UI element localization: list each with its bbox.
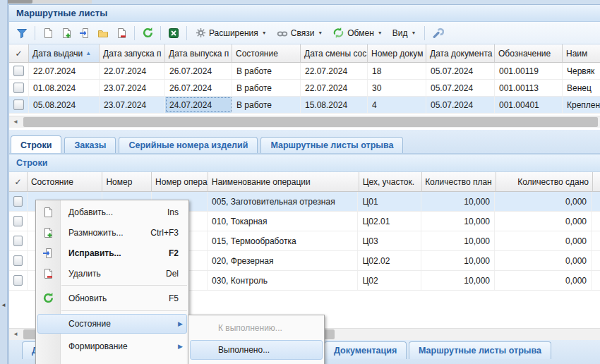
column-header[interactable] xyxy=(593,172,600,192)
scroll-left-icon[interactable]: ◄ xyxy=(11,330,20,339)
cell-designation[interactable]: 001.00113 xyxy=(495,80,563,96)
row-checkbox[interactable] xyxy=(13,66,24,76)
column-header[interactable]: Дата запуска п xyxy=(100,44,165,63)
cell-issue-date[interactable]: 01.08.2024 xyxy=(29,80,100,96)
excel-export-button[interactable] xyxy=(165,25,182,42)
cell-qty-plan[interactable]: 10,000 xyxy=(421,192,495,211)
menu-item-edit[interactable]: Исправить... F2 xyxy=(36,243,188,263)
cell-qty-plan[interactable]: 10,000 xyxy=(421,251,495,270)
cell-doc-date[interactable]: 05.07.2024 xyxy=(426,80,495,96)
cell-qty-done[interactable]: 0,000 xyxy=(495,192,592,211)
cell-state[interactable]: В работе xyxy=(232,97,301,113)
cell-state[interactable]: В работе xyxy=(232,63,301,79)
cell-name[interactable]: Крепление xyxy=(563,97,600,113)
tab-documentation[interactable]: Документация xyxy=(324,341,407,359)
cell-release-date-focused[interactable]: 24.07.2024 xyxy=(165,97,232,113)
splitter-collapse-icon[interactable]: ◄ xyxy=(1,302,6,308)
scrollbar-thumb[interactable] xyxy=(23,117,598,127)
table-row-selected[interactable]: 05.08.2024 23.07.2024 24.07.2024 В работ… xyxy=(9,97,600,114)
extensions-menu[interactable]: Расширения ▼ xyxy=(191,26,271,40)
cell-qty-done[interactable]: 0,000 xyxy=(495,251,592,270)
menu-item-refresh[interactable]: Обновить F5 xyxy=(36,288,188,308)
table-row[interactable]: 22.07.2024 22.07.2024 26.07.2024 В работ… xyxy=(9,63,600,80)
cell-operation[interactable]: 020, Фрезерная xyxy=(208,251,358,270)
cell-operation[interactable]: 010, Токарная xyxy=(208,212,358,231)
filter-button[interactable] xyxy=(13,25,30,42)
column-header[interactable]: Состояние xyxy=(28,172,102,192)
tab-tearoff-sheets[interactable]: Маршрутные листы отрыва xyxy=(260,137,403,153)
cell-state-change-date[interactable]: 22.07.2024 xyxy=(301,63,368,79)
cell-issue-date[interactable]: 05.08.2024 xyxy=(29,97,100,113)
cell-state-change-date[interactable]: 15.08.2024 xyxy=(301,97,368,113)
column-header[interactable]: Обозначение xyxy=(495,44,563,63)
copy-button[interactable] xyxy=(58,25,75,42)
cell-doc-number[interactable]: 18 xyxy=(368,63,426,79)
tab-orders[interactable]: Заказы xyxy=(64,137,116,153)
column-header[interactable]: Номер опера xyxy=(152,172,208,192)
cell-state[interactable]: В работе xyxy=(232,80,301,96)
cell-qty-plan[interactable]: 10,000 xyxy=(421,271,495,290)
cell-qty-plan[interactable]: 10,000 xyxy=(421,212,495,231)
column-header[interactable]: Дата выдачи▲ xyxy=(29,44,100,63)
check-column-header[interactable]: ✓ xyxy=(9,44,29,63)
submenu-item-done[interactable]: Выполнено... xyxy=(188,339,324,360)
cell-qty-done[interactable]: 0,000 xyxy=(495,212,592,231)
cell-qty-done[interactable]: 0,000 xyxy=(495,271,592,290)
tab-lines[interactable]: Строки xyxy=(11,135,61,153)
row-checkbox[interactable] xyxy=(13,236,23,246)
column-header[interactable]: Номер докум xyxy=(368,44,426,63)
edit-button[interactable] xyxy=(76,25,93,42)
cell-state-change-date[interactable]: 22.07.2024 xyxy=(301,80,368,96)
cell-release-date[interactable]: 26.07.2024 xyxy=(165,63,232,79)
left-splitter[interactable]: ◄ xyxy=(0,0,8,364)
cell-qty-plan[interactable]: 10,000 xyxy=(421,231,495,250)
column-header[interactable]: Количество план xyxy=(422,172,496,192)
scroll-left-icon[interactable]: ◄ xyxy=(11,118,20,126)
column-header[interactable]: Наименование операции xyxy=(208,172,359,192)
column-header[interactable]: Дата выпуска п xyxy=(165,44,232,63)
cell-start-date[interactable]: 23.07.2024 xyxy=(100,97,165,113)
row-checkbox[interactable] xyxy=(13,99,24,110)
refresh-button[interactable] xyxy=(139,25,156,42)
menu-item-add[interactable]: Добавить... Ins xyxy=(36,202,188,222)
cell-designation[interactable]: 001.00119 xyxy=(495,63,563,79)
menu-item-delete[interactable]: Удалить Del xyxy=(36,263,188,284)
cell-start-date[interactable]: 22.07.2024 xyxy=(100,63,165,79)
menu-item-forming[interactable]: Формирование ▶ xyxy=(36,336,188,357)
submenu-item-to-execution[interactable]: К выполнению... xyxy=(188,318,324,338)
cell-name[interactable]: Венец xyxy=(563,80,600,96)
cell-doc-number[interactable]: 30 xyxy=(368,80,426,96)
cell-designation[interactable]: 001.00401 xyxy=(495,97,563,113)
cell-workshop[interactable]: Ц02 xyxy=(358,271,421,290)
table-row[interactable]: 01.08.2024 23.07.2024 26.07.2024 В работ… xyxy=(9,80,600,97)
row-checkbox[interactable] xyxy=(13,216,23,226)
check-column-header[interactable]: ✓ xyxy=(9,172,28,192)
cell-operation[interactable]: 005, Заготовительная отрезная xyxy=(208,192,358,211)
cell-workshop[interactable]: Ц03 xyxy=(358,231,421,250)
column-header[interactable]: Дата документа xyxy=(426,44,495,63)
cell-start-date[interactable]: 23.07.2024 xyxy=(100,80,165,96)
cell-workshop[interactable]: Ц01 xyxy=(358,192,421,211)
cell-workshop[interactable]: Ц02.01 xyxy=(358,212,421,231)
exchange-menu[interactable]: Обмен ▼ xyxy=(328,25,386,40)
column-header[interactable]: Дата смены сос xyxy=(301,44,368,63)
cell-issue-date[interactable]: 22.07.2024 xyxy=(29,63,100,79)
cell-operation[interactable]: 030, Контроль xyxy=(208,271,358,290)
row-checkbox[interactable] xyxy=(13,196,23,207)
column-header[interactable]: Наим xyxy=(563,44,600,63)
column-header[interactable]: Цех, участок. xyxy=(359,172,423,192)
cell-qty-done[interactable]: 0,000 xyxy=(495,231,592,250)
row-checkbox[interactable] xyxy=(13,275,23,286)
routes-hscrollbar[interactable]: ◄ xyxy=(9,116,600,128)
cell-workshop[interactable]: Ц02.02 xyxy=(358,251,421,270)
add-button[interactable] xyxy=(40,25,56,42)
menu-item-state[interactable]: Состояние ▶ xyxy=(36,313,188,334)
column-header[interactable]: Количество сдано xyxy=(496,172,593,192)
links-menu[interactable]: Связи ▼ xyxy=(272,27,328,40)
view-menu[interactable]: Вид ▼ xyxy=(388,27,421,40)
cell-release-date[interactable]: 26.07.2024 xyxy=(165,80,232,96)
menu-item-duplicate[interactable]: Размножить... Ctrl+F3 xyxy=(36,222,188,243)
tab-tearoff-sheets-bottom[interactable]: Маршрутные листы отрыва xyxy=(409,341,551,359)
cell-doc-number[interactable]: 4 xyxy=(368,97,426,113)
settings-button[interactable] xyxy=(429,25,446,42)
